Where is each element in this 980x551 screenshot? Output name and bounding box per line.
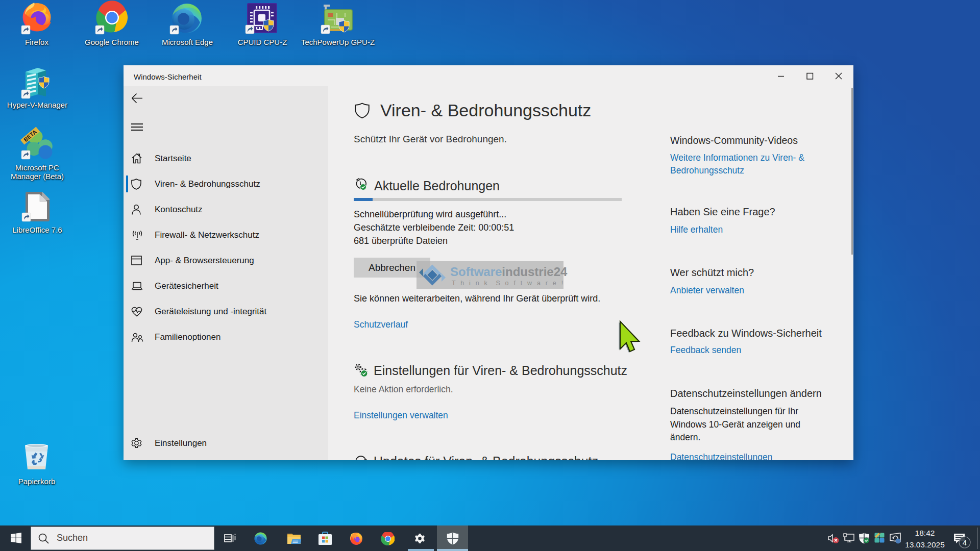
svg-text:4: 4 xyxy=(963,538,967,547)
